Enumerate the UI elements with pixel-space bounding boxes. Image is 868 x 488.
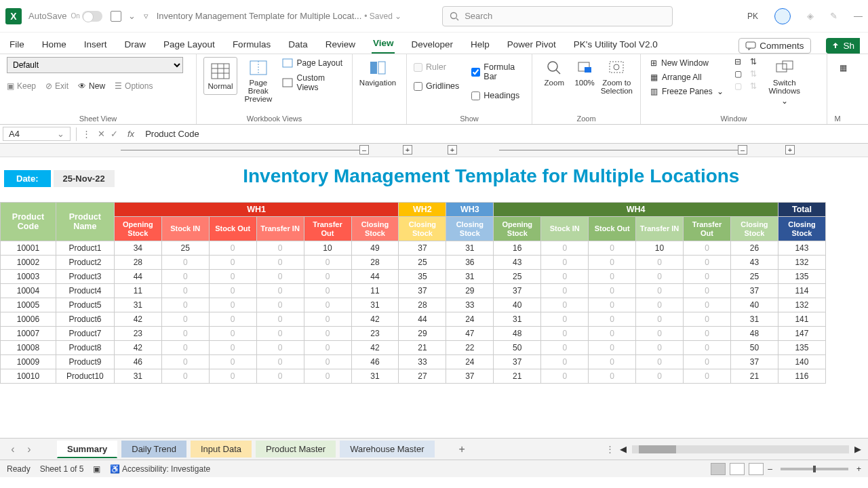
next-sheet-button[interactable]: › (23, 443, 35, 455)
customviews-button[interactable]: Custom Views (279, 72, 345, 94)
tab-review[interactable]: Review (324, 35, 357, 54)
options-button[interactable]: ☰ Options (115, 81, 153, 91)
hide-icon[interactable]: ▢ (734, 69, 742, 79)
custom-icon (282, 78, 293, 87)
pagebreak-button[interactable]: Page Break Preview (241, 57, 275, 104)
headings-checkbox[interactable]: Headings (471, 91, 525, 100)
new-sheet-button[interactable]: + (459, 443, 465, 455)
cancel-formula-icon[interactable]: ✕ (98, 129, 105, 139)
gridlines-checkbox[interactable]: Gridlines (414, 81, 459, 91)
fx-icon[interactable]: fx (127, 129, 134, 139)
zoom-out-button[interactable]: – (768, 464, 772, 474)
table-row[interactable]: 10010Product1031000031273721000021116 (1, 369, 826, 384)
new-button[interactable]: 👁 New (78, 81, 105, 91)
formula-input[interactable]: Product Code (140, 129, 868, 139)
table-row[interactable]: 10001Product134250010493731160010026143 (1, 241, 826, 256)
zoom-sel-button[interactable]: Zoom to Selection (600, 57, 633, 96)
zoom-in-button[interactable]: + (856, 464, 861, 474)
pagelayout-view-icon[interactable] (730, 463, 745, 475)
svg-point-0 (451, 12, 457, 18)
tab-pk-s-utility-tool-v2-0[interactable]: PK's Utility Tool V2.0 (572, 35, 659, 54)
expand-group-button[interactable]: + (448, 145, 457, 155)
tab-home[interactable]: Home (41, 35, 68, 54)
unhide-icon[interactable]: ▢ (734, 81, 742, 91)
share-button[interactable]: Sh (826, 38, 860, 54)
macro-record-icon[interactable]: ▣ (93, 464, 100, 474)
eyedropper-icon[interactable]: ✎ (830, 11, 837, 21)
qat-dropdown-icon[interactable]: ⌄ (128, 11, 136, 21)
scroll-right-button[interactable]: ▶ (854, 444, 861, 454)
normal-view-button[interactable]: Normal (203, 57, 237, 95)
table-row[interactable]: 10005Product531000031283340000040132 (1, 298, 826, 312)
expand-group-button[interactable]: + (785, 145, 795, 155)
document-title: Inventory Management Template for Multip… (157, 11, 362, 21)
svg-point-19 (614, 64, 619, 70)
tab-view[interactable]: View (372, 34, 395, 54)
tab-data[interactable]: Data (287, 35, 309, 54)
autosave-toggle[interactable] (82, 11, 102, 22)
accessibility-button[interactable]: ♿ Accessibility: Investigate (110, 464, 210, 474)
sheet-tab-input[interactable]: Input Data (191, 441, 252, 458)
table-row[interactable]: 10006Product642000042442431000031141 (1, 312, 826, 327)
keep-button[interactable]: ▣ Keep (7, 81, 36, 91)
sheet-tab-warehouse[interactable]: Warehouse Master (340, 441, 434, 458)
macros-button[interactable]: ▦ (834, 57, 852, 79)
search-input[interactable]: Search (442, 6, 673, 26)
horizontal-scrollbar[interactable] (632, 445, 849, 453)
exit-button[interactable]: ⊘ Exit (45, 81, 68, 91)
table-row[interactable]: 10003Product344000044353125000025135 (1, 270, 826, 284)
collapse-group-button[interactable]: – (738, 145, 747, 155)
date-label: Date: (4, 170, 51, 187)
switch-windows-button[interactable]: Switch Windows ⌄ (766, 57, 803, 107)
diamond-icon[interactable]: ◈ (807, 11, 814, 21)
table-row[interactable]: 10007Product723000023294748000048147 (1, 327, 826, 341)
table-row[interactable]: 10008Product842000042212250000050135 (1, 341, 826, 355)
pagebreak-view-icon[interactable] (749, 463, 764, 475)
table-row[interactable]: 10009Product946000046332437000037140 (1, 355, 826, 369)
tab-page-layout[interactable]: Page Layout (162, 35, 216, 54)
ruler-checkbox[interactable]: Ruler (414, 62, 459, 72)
table-row[interactable]: 10004Product411000011372937000037114 (1, 284, 826, 298)
comments-button[interactable]: Comments (738, 38, 811, 54)
navigation-button[interactable]: Navigation (359, 57, 396, 88)
minimize-icon[interactable]: — (854, 11, 863, 21)
expand-group-button[interactable]: + (403, 145, 412, 155)
collapse-group-button[interactable]: – (359, 145, 369, 155)
sheet-tab-summary[interactable]: Summary (57, 441, 117, 458)
save-icon[interactable] (111, 11, 121, 22)
page-title: Inventory Management Template for Multip… (115, 164, 868, 192)
sheet-tab-product[interactable]: Product Master (256, 441, 336, 458)
name-box[interactable]: A4⌄ (3, 127, 71, 141)
avatar[interactable] (774, 8, 791, 24)
svg-rect-12 (370, 62, 377, 74)
tab-developer[interactable]: Developer (410, 35, 454, 54)
enter-formula-icon[interactable]: ✓ (111, 129, 118, 139)
worksheet[interactable]: Date: 25-Nov-22 Inventory Management Tem… (0, 157, 868, 438)
prev-sheet-button[interactable]: ‹ (7, 443, 19, 455)
arrange-button[interactable]: ▦Arrange All (648, 71, 726, 83)
autosave-label: AutoSave (28, 11, 66, 21)
freeze-button[interactable]: ▥Freeze Panes ⌄ (648, 85, 726, 98)
svg-rect-21 (783, 61, 793, 69)
tab-formulas[interactable]: Formulas (231, 35, 272, 54)
formula-checkbox[interactable]: Formula Bar (471, 62, 525, 81)
tab-help[interactable]: Help (469, 35, 491, 54)
tab-file[interactable]: File (8, 35, 26, 54)
zoom-button[interactable]: Zoom (539, 57, 570, 88)
tab-draw[interactable]: Draw (123, 35, 148, 54)
zoom-slider[interactable] (781, 468, 848, 470)
sheet-view-select[interactable]: Default (7, 57, 183, 73)
scroll-left-button[interactable]: ◀ (620, 444, 627, 454)
normal-view-icon[interactable] (711, 463, 726, 475)
svg-rect-17 (585, 67, 591, 73)
pagelayout-button[interactable]: Page Layout (279, 57, 345, 69)
saved-state[interactable]: • Saved ⌄ (364, 12, 401, 21)
table-row[interactable]: 10002Product228000028253643000043132 (1, 256, 826, 270)
new-window-button[interactable]: ⊞New Window (648, 57, 726, 69)
sync-icon[interactable]: ⇅ (750, 57, 757, 66)
zoom100-button[interactable]: 100% (574, 57, 596, 88)
tab-power-pivot[interactable]: Power Pivot (506, 35, 557, 54)
sheet-tab-daily[interactable]: Daily Trend (121, 441, 186, 458)
tab-insert[interactable]: Insert (83, 35, 108, 54)
split-icon[interactable]: ⊟ (734, 57, 742, 66)
